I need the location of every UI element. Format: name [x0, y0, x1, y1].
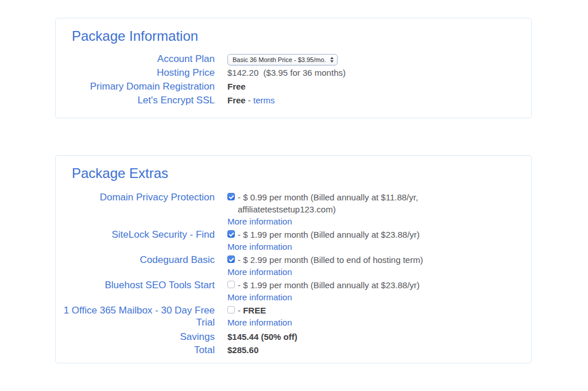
total-label: Total: [56, 344, 215, 356]
domain-privacy-value: - $ 0.99 per month (Billed annually at $…: [227, 191, 531, 227]
office365-more-information-link[interactable]: More information: [227, 316, 531, 328]
office365-checkbox[interactable]: [227, 306, 235, 313]
hosting-price-value: $142.20 ($3.95 for 36 months): [227, 66, 531, 80]
sitelock-value: - $ 1.99 per month (Billed annually at $…: [227, 229, 531, 253]
codeguard-price-line: - $ 2.99 per month (Billed to end of hos…: [238, 254, 423, 266]
account-plan-select-value: Basic 36 Month Price - $3.95/mo.: [233, 53, 326, 67]
office365-price-prefix: -: [238, 305, 243, 315]
codeguard-more-information-link[interactable]: More information: [227, 266, 531, 278]
sitelock-label: SiteLock Security - Find: [56, 229, 215, 254]
account-plan-select[interactable]: Basic 36 Month Price - $3.95/mo.: [227, 54, 338, 65]
package-information-rows: Account Plan Basic 36 Month Price - $3.9…: [56, 52, 531, 107]
codeguard-checkbox[interactable]: [227, 255, 235, 263]
savings-value: $145.44 (50% off): [227, 331, 531, 343]
domain-privacy-checkbox[interactable]: [227, 193, 235, 200]
sitelock-checkbox[interactable]: [227, 230, 235, 238]
domain-privacy-price-line1: - $ 0.99 per month (Billed annually at $…: [238, 191, 418, 203]
office365-label: 1 Office 365 Mailbox - 30 Day Free Trial: [56, 304, 215, 330]
ssl-separator: -: [246, 95, 253, 105]
seo-tools-checkbox[interactable]: [227, 281, 235, 288]
lets-encrypt-ssl-label: Let's Encrypt SSL: [56, 94, 215, 107]
domain-privacy-price-line2: affiliatetestsetup123.com): [238, 203, 418, 215]
primary-domain-registration-label: Primary Domain Registration: [56, 80, 215, 94]
package-information-title: Package Information: [72, 28, 531, 45]
account-plan-value: Basic 36 Month Price - $3.95/mo.: [227, 52, 531, 66]
codeguard-label: Codeguard Basic: [56, 254, 215, 279]
seo-tools-value: - $ 1.99 per month (Billed annually at $…: [227, 279, 531, 303]
primary-domain-registration-value: Free: [227, 82, 246, 91]
select-stepper-icon: [330, 57, 334, 63]
savings-label: Savings: [56, 331, 215, 343]
package-extras-title: Package Extras: [72, 165, 531, 182]
office365-free-value: FREE: [243, 305, 266, 315]
package-extras-panel: Package Extras Domain Privacy Protection…: [55, 155, 532, 363]
seo-tools-more-information-link[interactable]: More information: [227, 291, 531, 303]
account-plan-label: Account Plan: [56, 52, 215, 66]
office365-value: - FREE More information: [227, 304, 531, 328]
package-extras-rows: Domain Privacy Protection - $ 0.99 per m…: [56, 191, 531, 356]
ssl-terms-link[interactable]: terms: [253, 95, 275, 105]
sitelock-price-line: - $ 1.99 per month (Billed annually at $…: [238, 229, 420, 241]
total-value: $285.60: [227, 344, 531, 356]
office365-price-line: - FREE: [238, 304, 266, 316]
seo-tools-label: Bluehost SEO Tools Start: [56, 279, 215, 304]
package-information-panel: Package Information Account Plan Basic 3…: [55, 18, 532, 118]
ssl-free-value: Free: [227, 95, 246, 105]
domain-privacy-more-information-link[interactable]: More information: [227, 215, 531, 227]
codeguard-value: - $ 2.99 per month (Billed to end of hos…: [227, 254, 531, 278]
hosting-price-label: Hosting Price: [56, 66, 215, 80]
domain-privacy-label: Domain Privacy Protection: [56, 191, 215, 229]
sitelock-more-information-link[interactable]: More information: [227, 241, 531, 253]
lets-encrypt-ssl-value: Free - terms: [227, 94, 531, 107]
seo-tools-price-line: - $ 1.99 per month (Billed annually at $…: [238, 279, 420, 291]
